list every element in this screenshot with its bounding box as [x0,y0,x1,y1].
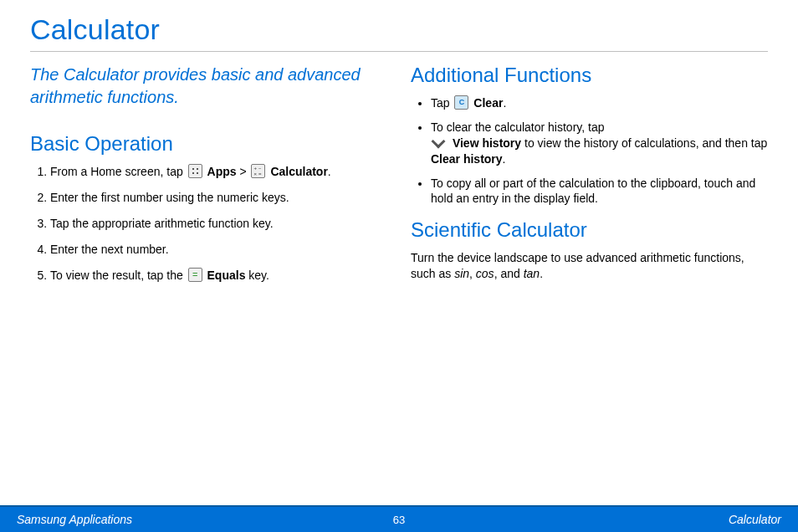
view-history-label: View history [453,136,521,150]
step-1-text-a: From a Home screen, tap [50,165,187,178]
scientific-text: Turn the device landscape to use advance… [411,250,768,282]
footer: Samsung Applications 63 Calculator [0,505,798,532]
step-1-end: . [328,165,331,178]
bullet-copy: To copy all or part of the calculation t… [431,176,768,207]
clear-label: Clear [473,96,503,110]
bullet-history: To clear the calculator history, tap Vie… [431,120,768,167]
step-5-text-a: To view the result, tap the [50,269,187,282]
footer-page-number: 63 [393,514,405,526]
step-2: Enter the first number using the numeric… [50,190,387,206]
sci-c2: , and [494,267,524,280]
footer-right: Calculator [729,513,781,526]
apps-label: Apps [207,165,237,178]
step-1-gt: > [239,165,249,178]
bullet-clear-tap: Tap [431,96,453,110]
columns: The Calculator provides basic and advanc… [0,52,798,293]
footer-left: Samsung Applications [17,513,132,526]
bullet-clear-end: . [503,96,506,110]
equals-label: Equals [207,269,246,282]
right-column: Additional Functions Tap Clear. To clear… [411,64,768,293]
title-wrap: Calculator [0,0,798,46]
bullet-clear: Tap Clear. [431,95,768,111]
bullet-history-a: To clear the calculator history, tap [431,120,605,134]
bullet-history-end: . [503,152,506,166]
page-title: Calculator [30,13,768,46]
equals-icon [188,268,202,282]
page: Calculator The Calculator provides basic… [0,0,798,532]
tan-fn: tan [524,267,540,280]
sci-c1: , [469,267,476,280]
chevron-down-icon [431,137,448,149]
calculator-icon [251,164,265,178]
additional-functions-list: Tap Clear. To clear the calculator histo… [411,95,768,207]
additional-functions-heading: Additional Functions [411,64,768,87]
sci-end: . [540,267,543,280]
step-5: To view the result, tap the Equals key. [50,268,387,284]
cos-fn: cos [476,267,494,280]
intro-text: The Calculator provides basic and advanc… [30,64,387,109]
bullet-history-b: to view the history of calculations, and… [524,136,767,150]
scientific-calculator-heading: Scientific Calculator [411,218,768,242]
sin-fn: sin [454,267,469,280]
calculator-label: Calculator [270,165,327,178]
clear-history-label: Clear history [431,152,503,166]
left-column: The Calculator provides basic and advanc… [30,64,387,293]
apps-icon [188,164,202,178]
step-4: Enter the next number. [50,242,387,258]
clear-icon [454,95,468,110]
basic-operation-heading: Basic Operation [30,132,387,156]
step-5-end: key. [245,269,269,282]
step-3: Tap the appropriate arithmetic function … [50,216,387,232]
step-1: From a Home screen, tap Apps > Calculato… [50,164,387,180]
basic-operation-steps: From a Home screen, tap Apps > Calculato… [30,164,387,283]
